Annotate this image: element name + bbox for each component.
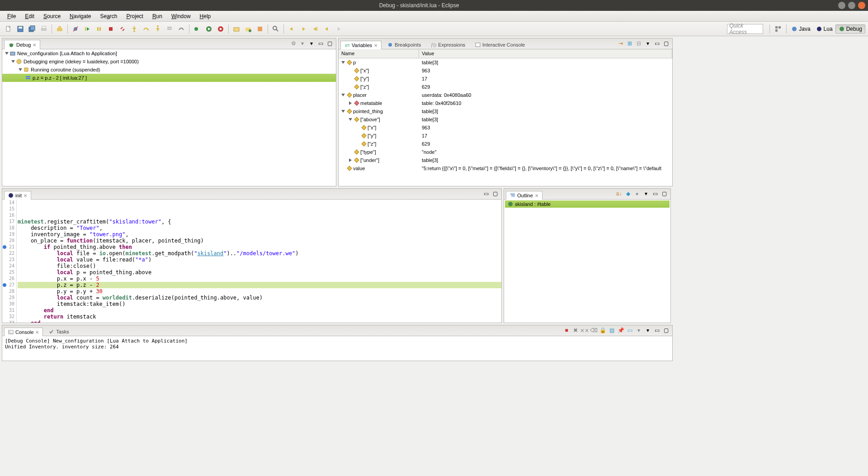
maximize-button[interactable]: ▢ bbox=[491, 190, 499, 198]
close-icon[interactable]: ✕ bbox=[24, 193, 27, 198]
display-selected-button[interactable]: ▭ bbox=[626, 326, 634, 334]
source-editor[interactable]: 1415161718192021222324252627282930313233… bbox=[2, 200, 501, 323]
menu-edit[interactable]: Edit bbox=[20, 12, 39, 21]
resume-button[interactable] bbox=[82, 24, 92, 34]
perspective-debug[interactable]: Debug bbox=[835, 24, 865, 33]
variable-row[interactable]: ["z"]629 bbox=[339, 83, 672, 91]
variable-row[interactable]: metatabletable: 0x40f2b610 bbox=[339, 99, 672, 107]
scroll-lock-button[interactable]: 🔒 bbox=[599, 326, 607, 334]
console-output[interactable]: [Debug Console] New_configuration [Lua A… bbox=[2, 336, 672, 361]
variable-row[interactable]: value"5:return {{[\"x\"] = 0, [\"meta\"]… bbox=[339, 164, 672, 172]
print-button[interactable] bbox=[39, 24, 49, 34]
minimize-button[interactable]: ▭ bbox=[653, 39, 661, 48]
close-icon[interactable]: ✕ bbox=[35, 330, 39, 335]
new-package-button[interactable] bbox=[255, 24, 265, 34]
maximize-button[interactable]: ▢ bbox=[326, 39, 334, 48]
view-menu-button[interactable]: ▾ bbox=[644, 326, 652, 334]
minimize-button[interactable]: ▭ bbox=[482, 190, 490, 198]
terminate-button[interactable] bbox=[106, 24, 116, 34]
menu-help[interactable]: Help bbox=[195, 12, 216, 21]
column-value[interactable]: Value bbox=[419, 49, 672, 58]
menu-project[interactable]: Project bbox=[122, 12, 148, 21]
variable-row[interactable]: ["x"]963 bbox=[339, 124, 672, 132]
stack-frame-selected[interactable]: p.z = p.z - 2 [ init.lua:27 ] bbox=[2, 74, 336, 82]
pin-console-button[interactable]: 📌 bbox=[617, 326, 625, 334]
hide-local-button[interactable]: ● bbox=[633, 190, 641, 198]
use-step-filters-button[interactable] bbox=[176, 24, 186, 34]
view-menu-button[interactable]: ▾ bbox=[642, 190, 650, 198]
last-edit-button[interactable] bbox=[310, 24, 320, 34]
variable-row[interactable]: ["x"]963 bbox=[339, 67, 672, 75]
variable-row[interactable]: pointed_thingtable[3] bbox=[339, 107, 672, 115]
close-icon[interactable]: ✕ bbox=[374, 43, 377, 48]
build-button[interactable] bbox=[55, 24, 65, 34]
variable-row[interactable]: ["above"]table[3] bbox=[339, 115, 672, 124]
maximize-button[interactable]: ▢ bbox=[662, 39, 670, 48]
debug-view-dropdown-button[interactable]: ▾ bbox=[298, 39, 307, 48]
save-button[interactable] bbox=[15, 24, 25, 34]
tab-breakpoints[interactable]: Breakpoints bbox=[383, 40, 425, 49]
window-maximize-button[interactable] bbox=[848, 2, 855, 9]
show-console-button[interactable]: ▤ bbox=[608, 326, 616, 334]
menu-run[interactable]: Run bbox=[148, 12, 167, 21]
debug-dropdown-button[interactable] bbox=[192, 24, 202, 34]
show-logical-button[interactable]: ⊞ bbox=[626, 39, 634, 48]
variable-row[interactable]: ptable[3] bbox=[339, 58, 672, 67]
minimize-button[interactable]: ▭ bbox=[316, 39, 325, 48]
column-name[interactable]: Name bbox=[339, 49, 419, 58]
tab-variables[interactable]: x=Variables✕ bbox=[340, 41, 382, 49]
outline-item[interactable]: skisland : #table bbox=[505, 200, 670, 208]
prev-annotation-button[interactable] bbox=[287, 24, 297, 34]
step-over-button[interactable] bbox=[141, 24, 151, 34]
remove-all-button[interactable]: ⨯⨯ bbox=[580, 326, 589, 334]
debug-tree[interactable]: New_configuration [Lua Attach to Applica… bbox=[2, 49, 336, 186]
drop-to-frame-button[interactable] bbox=[165, 24, 175, 34]
variable-row[interactable]: ["y"]17 bbox=[339, 75, 672, 83]
back-button[interactable] bbox=[322, 24, 332, 34]
maximize-button[interactable]: ▢ bbox=[660, 190, 668, 198]
minimize-button[interactable]: ▭ bbox=[653, 326, 661, 334]
show-type-names-button[interactable]: ⇥ bbox=[617, 39, 625, 48]
run-last-button[interactable] bbox=[216, 24, 226, 34]
variable-row[interactable]: ["y"]17 bbox=[339, 132, 672, 140]
open-perspective-button[interactable] bbox=[772, 24, 784, 33]
skip-breakpoints-button[interactable] bbox=[71, 24, 80, 34]
tab-tasks[interactable]: Tasks bbox=[45, 327, 73, 336]
suspend-button[interactable] bbox=[94, 24, 104, 34]
hide-fields-button[interactable]: ◆ bbox=[624, 190, 632, 198]
menu-navigate[interactable]: Navigate bbox=[65, 12, 95, 21]
window-minimize-button[interactable] bbox=[838, 2, 845, 9]
perspective-java[interactable]: Java bbox=[788, 25, 813, 33]
run-dropdown-button[interactable] bbox=[204, 24, 214, 34]
menu-window[interactable]: Window bbox=[167, 12, 195, 21]
tab-debug[interactable]: Debug ✕ bbox=[4, 40, 40, 49]
tab-console[interactable]: >_Console✕ bbox=[4, 328, 43, 336]
clear-console-button[interactable]: ⌫ bbox=[590, 326, 598, 334]
forward-button[interactable] bbox=[334, 24, 344, 34]
window-close-button[interactable] bbox=[858, 2, 865, 9]
terminate-button[interactable]: ■ bbox=[562, 326, 571, 334]
save-all-button[interactable] bbox=[27, 24, 37, 34]
search-button[interactable] bbox=[271, 24, 281, 34]
disconnect-button[interactable] bbox=[118, 24, 127, 34]
remove-launch-button[interactable]: ✖ bbox=[571, 326, 580, 334]
tab-outline[interactable]: Outline✕ bbox=[506, 191, 542, 200]
maximize-button[interactable]: ▢ bbox=[662, 326, 670, 334]
next-annotation-button[interactable] bbox=[298, 24, 308, 34]
variable-row[interactable]: ["z"]629 bbox=[339, 140, 672, 148]
minimize-button[interactable]: ▭ bbox=[651, 190, 659, 198]
close-icon[interactable]: ✕ bbox=[33, 43, 36, 48]
new-folder-button[interactable] bbox=[243, 24, 253, 34]
step-return-button[interactable] bbox=[153, 24, 163, 34]
open-console-button[interactable]: ▾ bbox=[635, 326, 643, 334]
debug-view-menu-button[interactable]: ⚙ bbox=[289, 39, 297, 48]
menu-source[interactable]: Source bbox=[39, 12, 65, 21]
close-icon[interactable]: ✕ bbox=[535, 193, 538, 198]
menu-file[interactable]: File bbox=[3, 12, 20, 21]
view-menu-button[interactable]: ▾ bbox=[307, 39, 316, 48]
variable-row[interactable]: ["type"]"node" bbox=[339, 148, 672, 156]
step-into-button[interactable] bbox=[129, 24, 139, 34]
new-button[interactable] bbox=[4, 24, 14, 34]
variable-row[interactable]: placeruserdata: 0x4080aa60 bbox=[339, 91, 672, 99]
perspective-lua[interactable]: Lua bbox=[813, 25, 835, 33]
